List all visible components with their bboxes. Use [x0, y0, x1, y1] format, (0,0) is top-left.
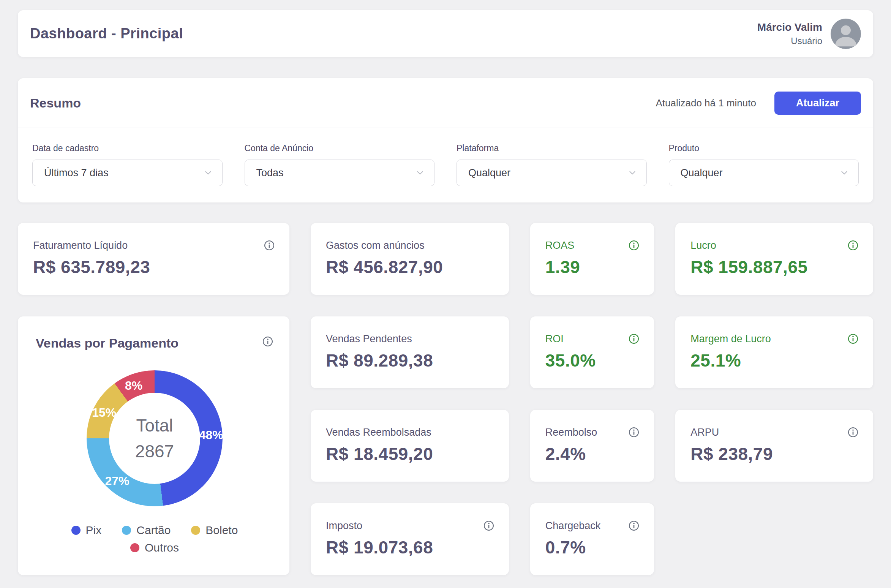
filter-conta-de-anuncio: Conta de Anúncio Todas — [245, 143, 435, 186]
metric-card-faturamento-liquido: Faturamento Líquido R$ 635.789,23 — [18, 223, 289, 295]
donut-total-label: Total — [136, 415, 173, 436]
info-icon[interactable] — [628, 427, 640, 438]
metric-label: Chargeback — [545, 520, 601, 532]
metric-label: Vendas Pendentes — [326, 333, 412, 345]
user-menu[interactable]: Márcio Valim Usuário — [757, 19, 861, 49]
chevron-down-icon — [627, 168, 637, 178]
metric-value: R$ 159.887,65 — [690, 257, 859, 277]
metric-label: Margem de Lucro — [690, 333, 771, 345]
select-value: Qualquer — [468, 167, 510, 179]
chevron-down-icon — [415, 168, 425, 178]
metric-value: 25.1% — [690, 350, 859, 371]
chevron-down-icon — [203, 168, 213, 178]
filter-select-data-de-cadastro[interactable]: Últimos 7 dias — [32, 160, 223, 186]
filter-select-conta-de-anuncio[interactable]: Todas — [245, 160, 435, 186]
donut-center: Total 2867 — [109, 393, 200, 484]
legend-dot — [130, 543, 139, 552]
metric-label: Imposto — [326, 520, 362, 532]
summary-card: Resumo Atualizado há 1 minuto Atualizar … — [18, 78, 873, 202]
legend-label: Cartão — [136, 524, 171, 537]
metric-value: 0.7% — [545, 537, 640, 558]
metric-value: R$ 18.459,20 — [326, 444, 494, 464]
select-value: Últimos 7 dias — [44, 167, 109, 179]
metric-label: ROAS — [545, 240, 575, 251]
metric-label: Vendas Reembolsadas — [326, 427, 431, 438]
chart-title: Vendas por Pagamento — [36, 336, 179, 351]
metric-card-lucro: Lucro R$ 159.887,65 — [675, 223, 873, 295]
metric-value: 2.4% — [545, 444, 640, 464]
metric-card-roi: ROI 35.0% — [530, 316, 654, 388]
metric-card-imposto: Imposto R$ 19.073,68 — [311, 503, 509, 575]
donut-percent-label: 27% — [105, 474, 129, 488]
header-bar: Dashboard - Principal Márcio Valim Usuár… — [18, 10, 873, 57]
legend-item-boleto[interactable]: Boleto — [191, 524, 238, 537]
metric-label: Lucro — [690, 240, 716, 251]
metric-card-reembolso: Reembolso 2.4% — [530, 410, 654, 482]
info-icon[interactable] — [847, 427, 859, 438]
metric-label: ROI — [545, 333, 564, 345]
metric-value: R$ 89.289,38 — [326, 350, 494, 371]
legend-dot — [122, 526, 131, 535]
metrics-grid: Faturamento Líquido R$ 635.789,23 Gastos… — [18, 223, 873, 575]
select-value: Todas — [256, 167, 284, 179]
info-icon[interactable] — [628, 333, 640, 345]
metric-card-arpu: ARPU R$ 238,79 — [675, 410, 873, 482]
user-name: Márcio Valim — [757, 21, 822, 33]
legend-item-pix[interactable]: Pix — [71, 524, 102, 537]
metric-label: Faturamento Líquido — [33, 240, 128, 251]
metric-card-gastos-com-anuncios: Gastos com anúncios R$ 456.827,90 — [311, 223, 509, 295]
chevron-down-icon — [839, 168, 849, 178]
metric-value: R$ 635.789,23 — [33, 257, 275, 277]
info-icon[interactable] — [262, 336, 273, 347]
info-icon[interactable] — [264, 240, 275, 251]
legend-label: Outros — [145, 541, 179, 554]
metric-value: R$ 456.827,90 — [326, 257, 494, 277]
legend-label: Boleto — [205, 524, 238, 537]
info-icon[interactable] — [847, 333, 859, 345]
user-role: Usuário — [757, 36, 822, 46]
info-icon[interactable] — [483, 520, 494, 531]
filter-label: Data de cadastro — [32, 143, 223, 153]
filter-select-produto[interactable]: Qualquer — [669, 160, 859, 186]
last-updated-text: Atualizado há 1 minuto — [656, 97, 756, 109]
legend-label: Pix — [86, 524, 102, 537]
metric-card-margem-de-lucro: Margem de Lucro 25.1% — [675, 316, 873, 388]
payments-chart-card: Vendas por Pagamento 48%27%15%8% Total 2… — [18, 316, 289, 575]
metric-card-vendas-reembolsadas: Vendas Reembolsadas R$ 18.459,20 — [311, 410, 509, 482]
avatar[interactable] — [831, 19, 861, 49]
refresh-button[interactable]: Atualizar — [774, 92, 861, 115]
filter-plataforma: Plataforma Qualquer — [457, 143, 647, 186]
chart-legend: PixCartãoBoletoOutros — [36, 524, 273, 554]
filter-label: Plataforma — [457, 143, 647, 153]
page-title: Dashboard - Principal — [30, 25, 183, 42]
person-icon — [831, 19, 861, 49]
filter-data-de-cadastro: Data de cadastro Últimos 7 dias — [32, 143, 223, 186]
donut-total-value: 2867 — [135, 441, 174, 462]
metric-value: 35.0% — [545, 350, 640, 371]
info-icon[interactable] — [628, 520, 640, 531]
filter-produto: Produto Qualquer — [669, 143, 859, 186]
metric-label: Reembolso — [545, 427, 597, 438]
info-icon[interactable] — [628, 240, 640, 251]
filters-row: Data de cadastro Últimos 7 dias Conta de… — [18, 128, 873, 202]
legend-dot — [71, 526, 81, 535]
metric-value: 1.39 — [545, 257, 640, 277]
legend-item-outros[interactable]: Outros — [130, 541, 179, 554]
donut-percent-label: 15% — [92, 406, 116, 420]
summary-title: Resumo — [30, 96, 81, 111]
metric-value: R$ 238,79 — [690, 444, 859, 464]
select-value: Qualquer — [681, 167, 723, 179]
legend-item-cartao[interactable]: Cartão — [122, 524, 171, 537]
donut-percent-label: 48% — [199, 428, 223, 442]
info-icon[interactable] — [847, 240, 859, 251]
metric-card-chargeback: Chargeback 0.7% — [530, 503, 654, 575]
metric-label: Gastos com anúncios — [326, 240, 425, 251]
filter-label: Produto — [669, 143, 859, 153]
metric-card-roas: ROAS 1.39 — [530, 223, 654, 295]
filter-select-plataforma[interactable]: Qualquer — [457, 160, 647, 186]
donut-percent-label: 8% — [125, 379, 142, 393]
filter-label: Conta de Anúncio — [245, 143, 435, 153]
legend-dot — [191, 526, 200, 535]
metric-value: R$ 19.073,68 — [326, 537, 494, 558]
metric-label: ARPU — [690, 427, 719, 438]
